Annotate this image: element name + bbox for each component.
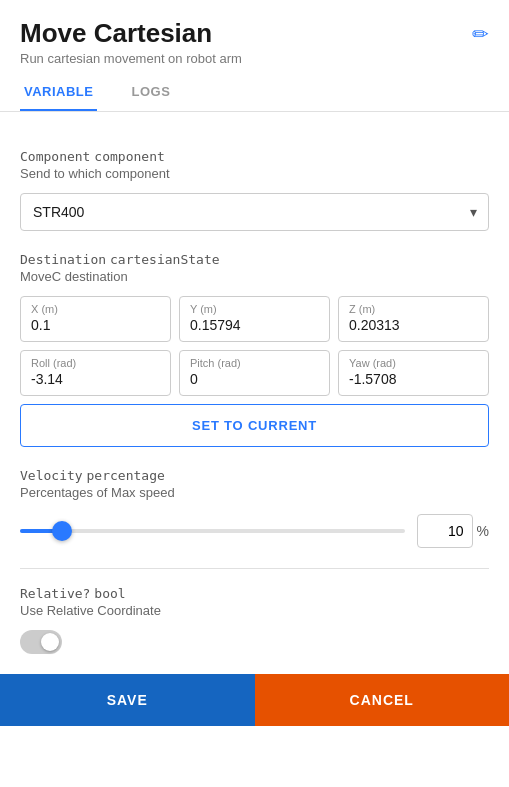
z-label: Z (m) (349, 303, 478, 315)
pitch-field: Pitch (rad) (179, 350, 330, 396)
relative-toggle[interactable] (20, 630, 62, 654)
velocity-input[interactable] (417, 514, 473, 548)
component-description: Send to which component (20, 166, 489, 181)
yaw-input[interactable] (349, 371, 478, 387)
destination-description: MoveC destination (20, 269, 489, 284)
x-field: X (m) (20, 296, 171, 342)
velocity-unit: % (477, 523, 489, 539)
tab-logs[interactable]: LOGS (127, 74, 174, 111)
roll-input[interactable] (31, 371, 160, 387)
toggle-thumb (41, 633, 59, 651)
y-label: Y (m) (190, 303, 319, 315)
yaw-field: Yaw (rad) (338, 350, 489, 396)
position-fields: X (m) Y (m) Z (m) (20, 296, 489, 342)
z-field: Z (m) (338, 296, 489, 342)
component-section: Component component Send to which compon… (20, 148, 489, 231)
velocity-description: Percentages of Max speed (20, 485, 489, 500)
tab-variable[interactable]: VARIABLE (20, 74, 97, 111)
velocity-slider-row: % (20, 514, 489, 548)
toggle-wrapper (20, 630, 489, 654)
header-text: Move Cartesian Run cartesian movement on… (20, 18, 242, 66)
relative-label: Relative? bool (20, 585, 489, 601)
page-title: Move Cartesian (20, 18, 242, 49)
main-content: Component component Send to which compon… (0, 112, 509, 654)
relative-section: Relative? bool Use Relative Coordinate (20, 585, 489, 654)
velocity-label: Velocity percentage (20, 467, 489, 483)
tab-bar: VARIABLE LOGS (0, 74, 509, 112)
component-label: Component component (20, 148, 489, 164)
pitch-label: Pitch (rad) (190, 357, 319, 369)
roll-label: Roll (rad) (31, 357, 160, 369)
velocity-section: Velocity percentage Percentages of Max s… (20, 467, 489, 548)
footer-buttons: SAVE CANCEL (0, 674, 509, 726)
cancel-button[interactable]: CANCEL (255, 674, 510, 726)
component-select-wrapper: STR400 ▾ (20, 193, 489, 231)
y-field: Y (m) (179, 296, 330, 342)
divider (20, 568, 489, 569)
save-button[interactable]: SAVE (0, 674, 255, 726)
x-label: X (m) (31, 303, 160, 315)
relative-description: Use Relative Coordinate (20, 603, 489, 618)
header: Move Cartesian Run cartesian movement on… (0, 0, 509, 74)
destination-label: Destination cartesianState (20, 251, 489, 267)
velocity-slider-container (20, 519, 405, 543)
z-input[interactable] (349, 317, 478, 333)
destination-section: Destination cartesianState MoveC destina… (20, 251, 489, 467)
y-input[interactable] (190, 317, 319, 333)
pitch-input[interactable] (190, 371, 319, 387)
slider-track (20, 529, 405, 533)
edit-icon[interactable]: ✏ (472, 22, 489, 46)
yaw-label: Yaw (rad) (349, 357, 478, 369)
roll-field: Roll (rad) (20, 350, 171, 396)
x-input[interactable] (31, 317, 160, 333)
set-to-current-button[interactable]: SET TO CURRENT (20, 404, 489, 447)
component-select[interactable]: STR400 (20, 193, 489, 231)
page-subtitle: Run cartesian movement on robot arm (20, 51, 242, 66)
slider-thumb[interactable] (52, 521, 72, 541)
velocity-input-wrap: % (417, 514, 489, 548)
rotation-fields: Roll (rad) Pitch (rad) Yaw (rad) (20, 350, 489, 396)
